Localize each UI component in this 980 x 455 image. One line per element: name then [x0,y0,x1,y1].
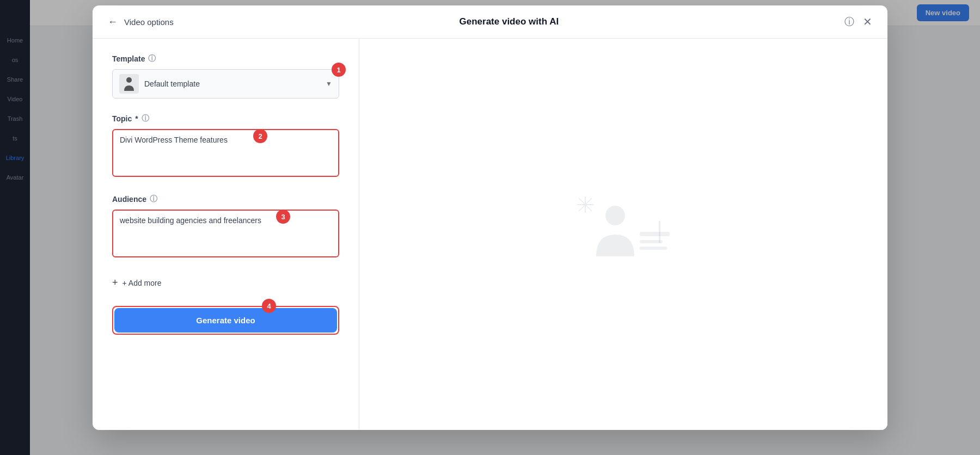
topic-section: Topic * ⓘ 2 Divi WordPress Theme feature… [112,114,339,179]
dropdown-chevron-icon: ▼ [326,80,332,88]
modal-body: Template ⓘ Default template ▼ [93,39,887,430]
audience-label: Audience ⓘ [112,194,339,204]
svg-point-5 [605,206,625,225]
generate-video-button[interactable]: Generate video [114,308,337,333]
close-icon: ✕ [863,16,872,28]
topic-label-text: Topic [112,114,132,123]
svg-point-0 [126,77,132,83]
step-badge-2: 2 [253,129,267,143]
modal-main-title: Generate video with AI [174,16,844,27]
template-label: Template ⓘ [112,54,339,64]
topic-help-icon[interactable]: ⓘ [142,114,149,124]
audience-input[interactable]: website building agencies and freelancer… [112,210,339,257]
help-circle-icon: ⓘ [844,16,854,27]
close-button[interactable]: ✕ [863,15,872,28]
audience-label-text: Audience [112,195,146,204]
step-badge-3: 3 [276,210,290,224]
modal: ← Video options Generate video with AI ⓘ… [93,5,887,430]
topic-required-marker: * [135,114,138,123]
preview-illustration [569,186,678,284]
generate-button-wrapper: 4 Generate video [112,306,339,335]
topic-label: Topic * ⓘ [112,114,339,124]
template-section: Template ⓘ Default template ▼ [112,54,339,99]
step-badge-4: 4 [262,299,276,313]
modal-header-right: ⓘ ✕ [844,15,872,28]
right-panel [359,39,887,430]
template-name: Default template [144,79,320,88]
modal-header-left: ← Video options [108,16,174,28]
step-badge-1: 1 [332,63,346,77]
add-more-label: + Add more [122,279,162,287]
generate-button-outline: Generate video [112,306,339,335]
add-more-button[interactable]: + + Add more [112,275,162,291]
template-dropdown[interactable]: Default template ▼ 1 [112,69,339,99]
template-thumbnail [119,74,139,94]
plus-icon: + [112,277,118,288]
modal-overlay: ← Video options Generate video with AI ⓘ… [0,0,980,455]
template-label-text: Template [112,54,145,63]
back-arrow-icon: ← [108,16,118,28]
audience-help-icon[interactable]: ⓘ [150,194,157,204]
topic-input[interactable]: Divi WordPress Theme features [112,129,339,177]
modal-header: ← Video options Generate video with AI ⓘ… [93,5,887,39]
svg-rect-6 [640,232,670,236]
svg-rect-8 [640,247,667,250]
audience-section: Audience ⓘ 3 website building agencies a… [112,194,339,260]
template-help-icon[interactable]: ⓘ [148,54,156,64]
modal-section-title: Video options [124,17,174,27]
left-panel: Template ⓘ Default template ▼ [93,39,359,430]
back-button[interactable]: ← [108,16,118,28]
help-button[interactable]: ⓘ [844,15,854,28]
preview-placeholder [569,186,678,284]
svg-rect-9 [659,221,660,243]
